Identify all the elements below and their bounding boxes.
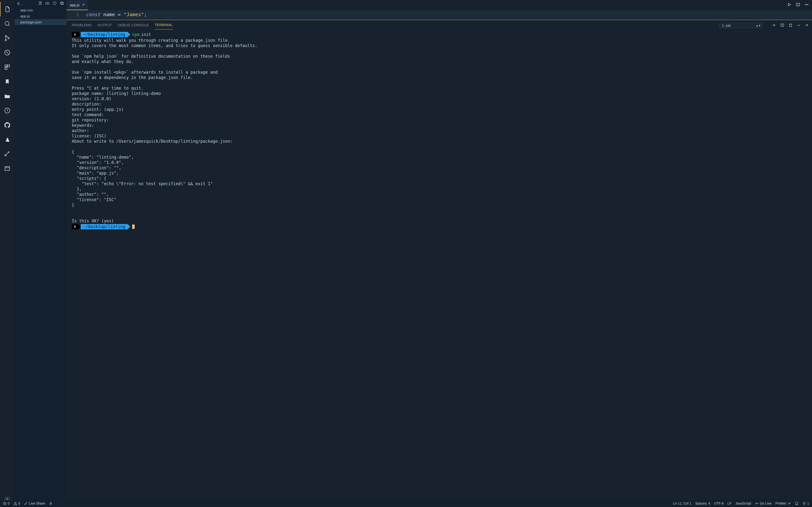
svg-rect-6	[7, 65, 9, 67]
project-manager-icon[interactable]	[0, 89, 14, 103]
status-warnings[interactable]: 0	[13, 501, 20, 505]
status-quick-action[interactable]	[49, 502, 53, 505]
terminal-prompt-2: ✝ ~/Desktop/linting	[72, 224, 807, 229]
code-editor[interactable]: 1 const name = "James";	[66, 10, 812, 20]
close-icon[interactable]: ×	[83, 3, 85, 7]
new-file-icon[interactable]	[38, 1, 42, 6]
svg-point-2	[5, 39, 6, 41]
split-terminal-icon[interactable]	[780, 23, 784, 28]
explorer-sidebar: E… app.cssapp.jspackage.json	[14, 0, 66, 500]
terminal-line: "author": "",	[72, 192, 807, 197]
search-icon[interactable]	[0, 16, 14, 31]
status-bar: 0 0 Live Share Ln 11, Col 1 Spaces: 4 UT…	[0, 500, 812, 507]
file-item[interactable]: app.js	[14, 13, 66, 19]
terminal-cursor	[132, 225, 135, 229]
terminal-line: "version": "1.0.0",	[72, 160, 807, 165]
collapse-all-icon[interactable]	[60, 1, 64, 6]
prompt-separator-icon	[78, 32, 81, 37]
status-language[interactable]: JavaScript	[735, 501, 751, 505]
terminal-selector[interactable]: 1: zsh ▲▼	[719, 23, 763, 28]
file-item[interactable]: package.json	[14, 19, 66, 25]
new-folder-icon[interactable]	[45, 1, 50, 6]
terminal-line: It only covers the most common items, an…	[72, 43, 807, 48]
chevron-updown-icon: ▲▼	[756, 24, 761, 27]
svg-point-14	[805, 4, 806, 5]
panel-tabs: PROBLEMS OUTPUT DEBUG CONSOLE TERMINAL 1…	[66, 20, 812, 30]
explorer-icon[interactable]	[0, 2, 14, 16]
terminal-line: },	[72, 186, 807, 192]
explorer-header: E…	[14, 0, 66, 7]
file-item[interactable]: app.css	[14, 7, 66, 13]
gitlens-icon[interactable]	[0, 103, 14, 118]
editor-tabs: app.js ×	[66, 0, 812, 10]
terminal-line: }	[72, 202, 807, 208]
terminal-line: {	[72, 149, 807, 155]
status-cursor-position[interactable]: Ln 11, Col 1	[673, 501, 692, 505]
extensions-icon[interactable]	[0, 60, 14, 74]
activity-bar	[0, 0, 14, 507]
terminal-line: entry point: (app.js)	[72, 107, 807, 112]
kill-terminal-icon[interactable]	[788, 23, 793, 28]
main-area: app.js × 1 const name = "James"; PROBLEM…	[66, 0, 812, 500]
status-errors[interactable]: 0	[3, 501, 10, 505]
status-prettier[interactable]: Prettier: ✔	[775, 501, 791, 505]
terminal-line: See `npm help json` for definitive docum…	[72, 54, 807, 59]
terminal-line: save it as a dependency in the package.j…	[72, 75, 807, 80]
github-icon[interactable]	[0, 118, 14, 132]
terminal-line: "name": "linting-demo",	[72, 155, 807, 160]
terminal-line	[72, 144, 807, 149]
tab-label: app.js	[70, 3, 80, 7]
status-notifications[interactable]: 1	[802, 501, 809, 505]
tab-app-js[interactable]: app.js ×	[66, 0, 88, 10]
terminal-line: About to write to /Users/jamesquick/Desk…	[72, 138, 807, 144]
status-feedback-icon[interactable]	[795, 502, 799, 505]
terminal-line: version: (1.0.0)	[72, 96, 807, 101]
azure-icon[interactable]	[0, 132, 14, 147]
terminal-line: "scripts": {	[72, 176, 807, 181]
refresh-icon[interactable]	[52, 1, 57, 6]
terminal-prompt-1: ✝ ~/Desktop/linting npm init	[72, 32, 807, 37]
panel-tab-terminal[interactable]: TERMINAL	[155, 21, 173, 30]
prompt-separator-icon	[128, 224, 130, 229]
more-icon[interactable]	[804, 2, 809, 8]
status-eol[interactable]: LF	[727, 501, 731, 505]
svg-rect-7	[5, 67, 7, 69]
status-encoding[interactable]: UTF-8	[714, 501, 724, 505]
new-terminal-icon[interactable]	[772, 23, 776, 28]
terminal-line: Use `npm install <pkg>` afterwards to in…	[72, 69, 807, 75]
source-control-icon[interactable]	[0, 31, 14, 45]
terminal-line: "main": "app.js",	[72, 170, 807, 176]
panel-tab-problems[interactable]: PROBLEMS	[72, 22, 92, 30]
terminal-line: author:	[72, 128, 807, 133]
file-list: app.cssapp.jspackage.json	[14, 7, 66, 25]
explorer-title: E…	[17, 2, 35, 6]
bookmark-icon[interactable]	[0, 74, 14, 89]
panel-tab-output[interactable]: OUTPUT	[97, 22, 112, 30]
terminal-line: "test": "echo \"Error: no test specified…	[72, 181, 807, 186]
terminal-line: git repository:	[72, 117, 807, 123]
maximize-panel-icon[interactable]	[797, 23, 801, 28]
terminal-output[interactable]: ✝ ~/Desktop/linting npm init This utilit…	[66, 30, 812, 500]
run-icon[interactable]	[787, 2, 792, 8]
status-indentation[interactable]: Spaces: 4	[695, 501, 710, 505]
svg-point-1	[5, 36, 6, 37]
split-editor-icon[interactable]	[796, 2, 800, 8]
browser-preview-icon[interactable]	[0, 161, 14, 176]
terminal-line: package name: (linting) linting-demo	[72, 91, 807, 96]
prompt-separator-icon	[78, 224, 81, 229]
status-live-share[interactable]: Live Share	[24, 501, 45, 505]
terminal-line	[72, 64, 807, 69]
live-share-icon[interactable]	[0, 147, 14, 161]
terminal-line: license: (ISC)	[72, 133, 807, 138]
bottom-panel: PROBLEMS OUTPUT DEBUG CONSOLE TERMINAL 1…	[66, 20, 812, 500]
terminal-line	[72, 213, 807, 218]
debug-disabled-icon[interactable]	[0, 45, 14, 60]
terminal-line: test command:	[72, 112, 807, 117]
terminal-line: "description": "",	[72, 165, 807, 170]
panel-tab-debug-console[interactable]: DEBUG CONSOLE	[118, 22, 149, 30]
status-go-live[interactable]: Go Live	[755, 501, 771, 505]
terminal-line	[72, 80, 807, 86]
close-panel-icon[interactable]	[805, 23, 809, 28]
terminal-line: "license": "ISC"	[72, 197, 807, 202]
code-line: const name = "James";	[86, 12, 147, 17]
